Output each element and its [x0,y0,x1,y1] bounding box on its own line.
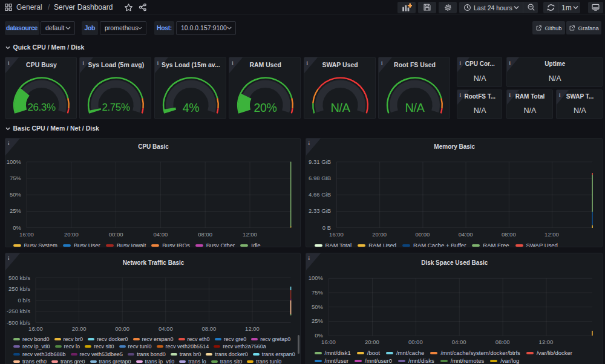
svg-text:4%: 4% [183,101,199,114]
svg-text:20%: 20% [254,101,277,114]
svg-text:N/A: N/A [405,101,425,114]
svg-text:26.3%: 26.3% [27,102,55,113]
svg-text:2.75%: 2.75% [102,102,130,113]
svg-text:N/A: N/A [330,101,350,114]
